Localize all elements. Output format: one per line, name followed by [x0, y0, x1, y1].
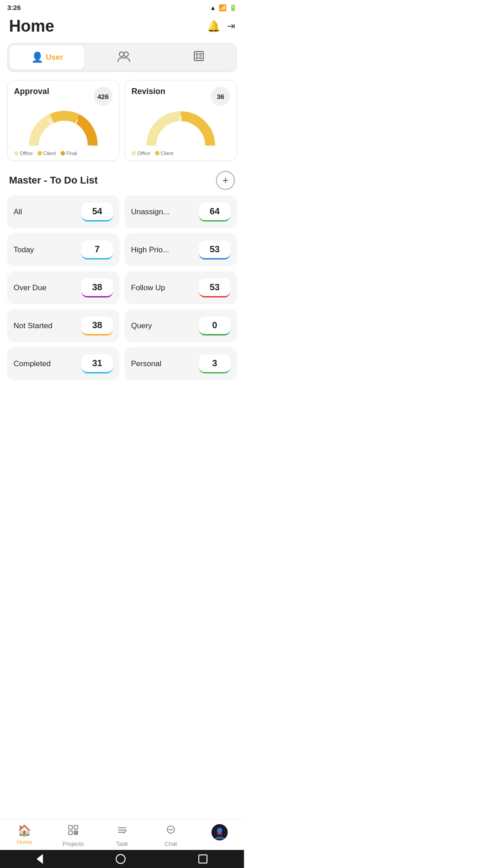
- view-toggle: 👤 User: [7, 43, 237, 72]
- approval-gauge: [14, 109, 113, 148]
- battery-icon: 🔋: [229, 4, 237, 11]
- team-icon: [117, 50, 131, 65]
- todo-today-count: 7: [81, 241, 113, 259]
- todo-query-count: 0: [199, 316, 230, 335]
- logout-icon[interactable]: ⇥: [227, 20, 235, 32]
- todo-completed[interactable]: Completed 31: [7, 347, 119, 380]
- tab-office[interactable]: [161, 43, 236, 71]
- page-title: Home: [9, 17, 54, 36]
- svg-rect-2: [194, 52, 203, 61]
- master-list-header: Master - To Do List +: [0, 169, 244, 195]
- todo-followup-count: 53: [199, 278, 230, 297]
- todo-unassigned-label: Unassign...: [131, 208, 169, 217]
- revision-legend: Office Client: [131, 151, 230, 156]
- tab-team[interactable]: [86, 43, 161, 71]
- revision-title: Revision: [131, 87, 165, 96]
- todo-personal-count: 3: [199, 354, 230, 373]
- status-bar: 3:26 ▲ 📶 🔋: [0, 0, 244, 13]
- todo-followup-label: Follow Up: [131, 283, 165, 292]
- todo-overdue-label: Over Due: [14, 283, 47, 292]
- svg-point-0: [119, 52, 124, 57]
- master-list-title: Master - To Do List: [9, 175, 98, 186]
- todo-all[interactable]: All 54: [7, 195, 119, 228]
- revision-gauge: [131, 109, 230, 148]
- todo-notstarted-label: Not Started: [14, 321, 52, 330]
- todo-overdue[interactable]: Over Due 38: [7, 271, 119, 304]
- todo-today-label: Today: [14, 245, 34, 255]
- status-time: 3:26: [7, 4, 21, 11]
- header-actions: 🔔 ⇥: [207, 20, 235, 33]
- approval-title: Approval: [14, 87, 49, 96]
- header: Home 🔔 ⇥: [0, 13, 244, 43]
- todo-partial-row: Completed 31 Personal 3: [0, 342, 244, 380]
- user-icon: 👤: [31, 52, 43, 63]
- svg-line-8: [63, 119, 78, 146]
- todo-notstarted[interactable]: Not Started 38: [7, 309, 119, 342]
- todo-completed-label: Completed: [14, 359, 51, 368]
- approval-card[interactable]: Approval 426 Office Client Final: [7, 80, 119, 161]
- svg-rect-3: [196, 53, 198, 55]
- todo-followup[interactable]: Follow Up 53: [125, 271, 237, 304]
- todo-grid: All 54 Unassign... 64 Today 7 High Prio.…: [0, 195, 244, 342]
- tab-user[interactable]: 👤 User: [9, 45, 84, 70]
- svg-rect-5: [196, 57, 198, 59]
- todo-unassigned[interactable]: Unassign... 64: [125, 195, 237, 228]
- todo-high-priority-label: High Prio...: [131, 245, 169, 255]
- stat-cards-row: Approval 426 Office Client Final: [7, 80, 237, 161]
- todo-high-priority-count: 53: [199, 241, 230, 259]
- tab-user-label: User: [46, 53, 63, 62]
- notification-icon[interactable]: 🔔: [207, 20, 221, 33]
- todo-personal[interactable]: Personal 3: [125, 347, 237, 380]
- signal-icon: 📶: [219, 4, 226, 11]
- todo-personal-label: Personal: [131, 359, 161, 368]
- todo-query[interactable]: Query 0: [125, 309, 237, 342]
- todo-unassigned-count: 64: [199, 203, 230, 222]
- svg-rect-6: [200, 57, 202, 59]
- office-icon: [192, 50, 205, 65]
- svg-point-1: [124, 52, 128, 57]
- svg-rect-4: [200, 53, 202, 55]
- todo-high-priority[interactable]: High Prio... 53: [125, 233, 237, 266]
- svg-line-7: [49, 119, 63, 146]
- revision-card[interactable]: Revision 36 Office Client: [125, 80, 237, 161]
- approval-count: 426: [94, 87, 113, 106]
- add-todo-button[interactable]: +: [216, 171, 235, 190]
- wifi-icon: ▲: [210, 4, 216, 11]
- todo-notstarted-count: 38: [81, 316, 113, 335]
- todo-overdue-count: 38: [81, 278, 113, 297]
- todo-today[interactable]: Today 7: [7, 233, 119, 266]
- status-icons: ▲ 📶 🔋: [210, 4, 237, 11]
- approval-legend: Office Client Final: [14, 151, 113, 156]
- todo-query-label: Query: [131, 321, 152, 330]
- todo-completed-count: 31: [81, 354, 113, 373]
- revision-count: 36: [211, 87, 230, 106]
- todo-all-count: 54: [81, 203, 113, 222]
- todo-all-label: All: [14, 208, 22, 217]
